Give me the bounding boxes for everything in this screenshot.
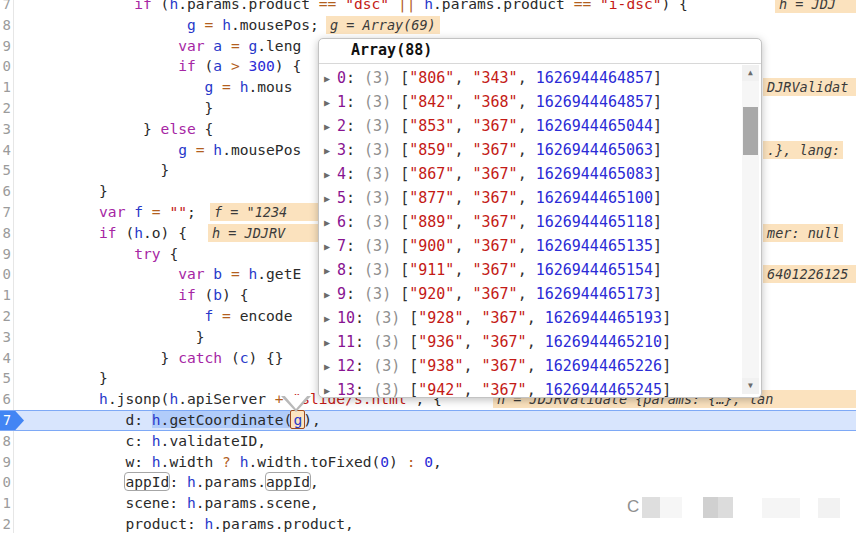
line-number[interactable]: 0 — [0, 264, 11, 285]
line-number[interactable]: 1 — [0, 285, 11, 306]
code-token: ) { — [275, 57, 301, 74]
line-number[interactable]: 9 — [0, 36, 11, 57]
array-entry[interactable]: ▶11: (3) ["936", "367", 1626944465210] — [324, 330, 671, 354]
entry-x: "920" — [409, 285, 454, 303]
line-number[interactable]: 0 — [0, 472, 11, 493]
punct: ] — [653, 213, 662, 231]
line-number[interactable]: 2 — [0, 306, 11, 327]
code-text: if (a > 300) { — [20, 56, 301, 77]
line-number[interactable]: 8 — [0, 15, 11, 36]
code-text: var f = ""; — [20, 202, 196, 223]
code-text: } else { — [20, 119, 213, 140]
array-entry[interactable]: ▶4: (3) ["867", "367", 1626944465083] — [324, 162, 662, 186]
scrollbar-thumb[interactable] — [743, 107, 758, 155]
line-number[interactable]: 4 — [0, 140, 11, 161]
scroll-down-icon[interactable]: ▼ — [742, 378, 759, 394]
entry-count: (3) — [364, 117, 391, 135]
code-text: } — [20, 181, 108, 202]
code-token: ( — [196, 286, 214, 303]
line-number[interactable]: 6 — [0, 181, 11, 202]
punct: : — [355, 357, 373, 375]
entry-count: (3) — [364, 93, 391, 111]
array-entry[interactable]: ▶5: (3) ["877", "367", 1626944465100] — [324, 186, 662, 210]
code-token: 300 — [249, 57, 275, 74]
code-text: scene: h.params.scene, — [20, 493, 319, 514]
array-entry[interactable]: ▶12: (3) ["938", "367", 1626944465226] — [324, 354, 671, 378]
line-number[interactable]: 0 — [0, 56, 11, 77]
line-number[interactable]: 7 — [0, 0, 11, 15]
entry-count: (3) — [364, 285, 391, 303]
array-entry[interactable]: ▶2: (3) ["853", "367", 1626944465044] — [324, 114, 662, 138]
code-token: , — [433, 453, 442, 470]
punct: : — [355, 381, 373, 397]
code-token: h — [222, 16, 231, 33]
line-number[interactable]: 2 — [0, 98, 11, 119]
line-number[interactable]: 3 — [0, 119, 11, 140]
code-line: 7 if (h.params.product == "dsc" || h.par… — [0, 0, 856, 15]
expand-arrow-icon: ▶ — [324, 115, 337, 139]
entry-x: "806" — [409, 69, 454, 87]
code-text: g = h.mous — [20, 77, 292, 98]
line-number[interactable]: 9 — [0, 244, 11, 265]
code-token — [196, 16, 205, 33]
inline-eval-annotation: 6401226125 — [763, 265, 856, 283]
expand-arrow-icon: ▶ — [324, 259, 337, 283]
array-entry[interactable]: ▶3: (3) ["859", "367", 1626944465063] — [324, 138, 662, 162]
punct: [ — [391, 237, 409, 255]
code-text: try { — [20, 244, 178, 265]
code-token: if — [178, 286, 196, 303]
punct: , — [454, 141, 472, 159]
watermark-blur-box — [762, 498, 800, 518]
array-entry[interactable]: ▶10: (3) ["928", "367", 1626944465193] — [324, 306, 671, 330]
code-token — [222, 37, 231, 54]
punct: ] — [653, 93, 662, 111]
line-number[interactable]: 8 — [0, 223, 11, 244]
punct: ] — [653, 189, 662, 207]
inline-eval-annotation: DJRValidat — [763, 78, 856, 96]
line-number[interactable]: 8 — [0, 431, 11, 452]
punct: , — [518, 189, 536, 207]
array-entry[interactable]: ▶8: (3) ["911", "367", 1626944465154] — [324, 258, 662, 282]
entry-timestamp: 1626944465245 — [545, 381, 662, 397]
array-entry[interactable]: ▶7: (3) ["900", "367", 1626944465135] — [324, 234, 662, 258]
code-token — [389, 0, 398, 12]
array-entry[interactable]: ▶0: (3) ["806", "343", 1626944464857] — [324, 66, 662, 90]
entry-timestamp: 1626944465154 — [536, 261, 653, 279]
line-number[interactable]: 5 — [0, 160, 11, 181]
code-token — [213, 78, 222, 95]
code-token: .getE — [257, 265, 301, 282]
line-number[interactable]: 4 — [0, 348, 11, 369]
line-number[interactable]: 1 — [0, 77, 11, 98]
code-token: "i-dsc" — [600, 0, 662, 12]
code-token: h — [240, 453, 249, 470]
punct: , — [518, 165, 536, 183]
line-number[interactable]: 7 — [0, 202, 11, 223]
indent — [20, 265, 178, 282]
line-number[interactable]: 9 — [0, 452, 11, 473]
array-entry[interactable]: ▶1: (3) ["842", "368", 1626944464857] — [324, 90, 662, 114]
line-number[interactable]: 5 — [0, 368, 11, 389]
expand-arrow-icon: ▶ — [324, 187, 337, 211]
entry-timestamp: 1626944465173 — [536, 285, 653, 303]
scroll-up-icon[interactable]: ▲ — [742, 65, 759, 81]
code-token: } — [161, 349, 179, 366]
line-number[interactable]: 3 — [0, 327, 11, 348]
line-number[interactable]: 6 — [0, 389, 11, 410]
code-token — [187, 141, 196, 158]
code-text: if (h.o) { — [20, 223, 187, 244]
array-entry[interactable]: ▶6: (3) ["889", "367", 1626944465118] — [324, 210, 662, 234]
popover-scrollbar[interactable]: ▲ ▼ — [742, 65, 759, 394]
entry-count: (3) — [364, 237, 391, 255]
punct: , — [518, 141, 536, 159]
entry-index: 0 — [337, 69, 346, 87]
entry-count: (3) — [364, 69, 391, 87]
line-number[interactable]: 1 — [0, 493, 11, 514]
code-token: h — [213, 141, 222, 158]
code-token: if — [178, 57, 196, 74]
expand-arrow-icon: ▶ — [324, 283, 337, 307]
array-entry[interactable]: ▶9: (3) ["920", "367", 1626944465173] — [324, 282, 662, 306]
entry-count: (3) — [364, 261, 391, 279]
line-number[interactable]: 2 — [0, 514, 11, 533]
array-entry[interactable]: ▶13: (3) ["942", "367", 1626944465245] — [324, 378, 671, 397]
code-text: if (b) { — [20, 285, 248, 306]
